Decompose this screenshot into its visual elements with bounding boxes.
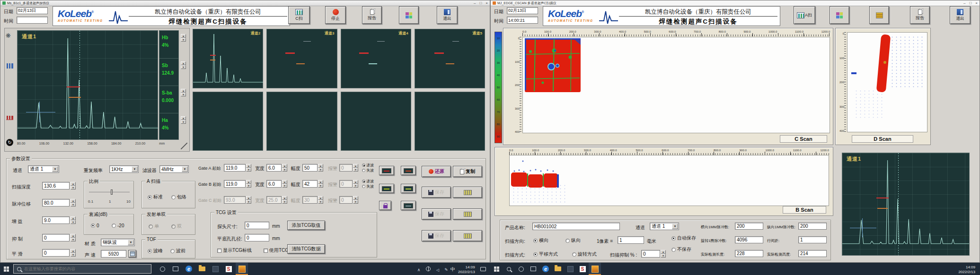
prf-select[interactable]: 1KHz▼	[109, 165, 139, 173]
dscan-image-area[interactable]	[847, 32, 927, 132]
gate-b-marker[interactable]	[69, 97, 81, 98]
v-pulse-field[interactable]: 200	[798, 223, 827, 230]
gate-a-alarm-spinner[interactable]	[353, 164, 358, 172]
tools-button[interactable]	[830, 6, 849, 24]
save-button-1[interactable]: 保存	[422, 187, 451, 198]
ime-indicator[interactable]: 中	[450, 266, 455, 273]
gate-a-amp-field[interactable]: 50	[302, 164, 318, 172]
suppress-spinner[interactable]	[661, 250, 666, 258]
close-button[interactable]: ×	[486, 1, 488, 5]
lock-button[interactable]	[379, 201, 391, 210]
app-dark-icon[interactable]	[209, 263, 221, 275]
gate-b-width-spinner[interactable]	[282, 180, 287, 188]
scan-app-icon[interactable]	[589, 263, 601, 275]
gate-a-marker[interactable]	[876, 198, 889, 198]
s-app-icon[interactable]	[222, 263, 235, 275]
gate-b-alarm-field[interactable]: 0	[339, 180, 353, 188]
clock[interactable]: 14:092022/2/13	[458, 265, 475, 275]
gate-c-start-spinner[interactable]	[246, 196, 251, 204]
gate-c-width-field[interactable]: 25.0	[266, 196, 282, 204]
scan-app-icon[interactable]	[236, 263, 248, 275]
ha-spinner[interactable]	[181, 116, 186, 124]
mini-scan-empty-4[interactable]	[415, 92, 485, 151]
gate-c-width-spinner[interactable]	[282, 196, 287, 204]
left-titlebar[interactable]: Ms_B1c1_多通道超声探伤仪 – □ ×	[0, 0, 490, 6]
bargraph-icon[interactable]	[6, 62, 13, 69]
gate-c-amp-field[interactable]: 30	[302, 196, 318, 204]
start-button[interactable]	[0, 263, 12, 275]
date-field[interactable]: 02月13日	[507, 7, 538, 14]
replay-button-1[interactable]	[453, 187, 482, 198]
row-gap-field[interactable]: 1	[798, 236, 827, 243]
probe-size-field[interactable]: 0	[245, 222, 269, 229]
gate-b-enter-radio[interactable]: 进波	[362, 179, 374, 184]
pixel-field[interactable]: 1	[618, 236, 644, 244]
tof-peak-radio[interactable]: 波峰	[148, 248, 163, 254]
refresh-icon[interactable]	[6, 139, 13, 146]
taskbar-search[interactable]	[13, 264, 151, 274]
cscan-image-area[interactable]	[522, 37, 830, 133]
product-name-field[interactable]: HB001002	[532, 223, 620, 230]
mode-translate-radio[interactable]: 平移方式	[533, 251, 558, 258]
velocity-picker-button[interactable]	[128, 250, 136, 258]
gate-a-enter-radio[interactable]: 进波	[362, 163, 374, 168]
gate-b-start-field[interactable]: 119.0	[224, 180, 246, 188]
mini-scan-ch3[interactable]: 通道3	[266, 29, 337, 88]
gate-a-lose-radio[interactable]: 失波	[362, 168, 374, 173]
smooth-field[interactable]: 0	[42, 249, 70, 257]
show-tcg-checkbox[interactable]: 显示TCG标线	[217, 247, 252, 254]
gate-a-amp-spinner[interactable]	[318, 164, 323, 172]
reject-field[interactable]: 0	[42, 234, 70, 241]
use-tcg-checkbox[interactable]: 使用TCG	[264, 247, 289, 254]
coil-button[interactable]	[869, 6, 889, 24]
save-button-2[interactable]: 保存	[422, 208, 451, 220]
no-save-radio[interactable]: 不保存	[671, 246, 691, 253]
mini-scan-ch2[interactable]: 通道2	[193, 29, 263, 88]
scan-depth-field[interactable]: 130.6	[42, 182, 70, 189]
gate-a-marker[interactable]	[67, 86, 80, 87]
ascan-plot[interactable]: 通道1	[17, 30, 158, 140]
gate-a-width-field[interactable]: 6.0	[266, 164, 282, 172]
pulse-shift-spinner[interactable]	[71, 199, 76, 206]
material-select[interactable]: 钢纵波▼	[101, 239, 135, 246]
rot-pulse-field[interactable]: 4096	[735, 236, 763, 243]
gate-a-tool-button[interactable]	[379, 166, 394, 175]
gain-field[interactable]: 9.0	[42, 216, 70, 224]
filter-select[interactable]: 4MHz▼	[159, 165, 189, 173]
gate-b-tool2-button[interactable]	[401, 184, 416, 193]
ascan-envelope-radio[interactable]: 包络	[171, 194, 186, 200]
atten-20-radio[interactable]: -20	[112, 223, 124, 228]
gate-a-start-spinner[interactable]	[246, 164, 251, 172]
exit-button[interactable]: 退出	[950, 6, 971, 24]
actual-height-field[interactable]: 214	[798, 250, 827, 257]
ascan-view-button[interactable]: A扫	[794, 6, 815, 24]
ascan-plot-right[interactable]: 通道1	[842, 153, 970, 256]
gate-a-start-field[interactable]: 119.0	[224, 164, 246, 172]
add-tcg-button[interactable]: 添加TCG取值	[287, 221, 325, 230]
save-button-3[interactable]: 保存	[422, 230, 451, 241]
file-explorer-icon[interactable]	[196, 263, 208, 275]
dir-horizontal-radio[interactable]: 横向	[533, 237, 548, 244]
mini-scan-empty-2[interactable]	[266, 92, 337, 151]
gate-a-tool2-button[interactable]	[401, 166, 416, 175]
copy-button[interactable]: 复制	[453, 166, 482, 177]
slope-tool-icon[interactable]	[181, 143, 187, 149]
cortana-icon[interactable]	[156, 263, 168, 275]
smooth-spinner[interactable]	[71, 249, 76, 257]
mini-scan-ch5[interactable]: 通道5	[415, 29, 485, 88]
maximize-button[interactable]: □	[969, 1, 971, 5]
edge-icon[interactable]	[539, 263, 552, 275]
search-input[interactable]	[24, 266, 138, 271]
restore-button[interactable]: 还原	[422, 166, 451, 177]
ascan-standard-radio[interactable]: 标准	[148, 194, 163, 200]
file-explorer-icon[interactable]	[552, 263, 564, 275]
scan-depth-spinner[interactable]	[71, 182, 76, 189]
gate-b-tool-button[interactable]	[379, 184, 394, 193]
mini-scan-empty-3[interactable]	[341, 92, 411, 151]
auto-save-radio[interactable]: 自动保存	[671, 235, 696, 241]
app-dark-icon[interactable]	[564, 263, 576, 275]
search-icon[interactable]	[503, 263, 515, 275]
settings-icon[interactable]	[6, 31, 11, 40]
gate-b-alarm-spinner[interactable]	[353, 180, 358, 188]
stop-button[interactable]: 停止	[325, 6, 346, 24]
